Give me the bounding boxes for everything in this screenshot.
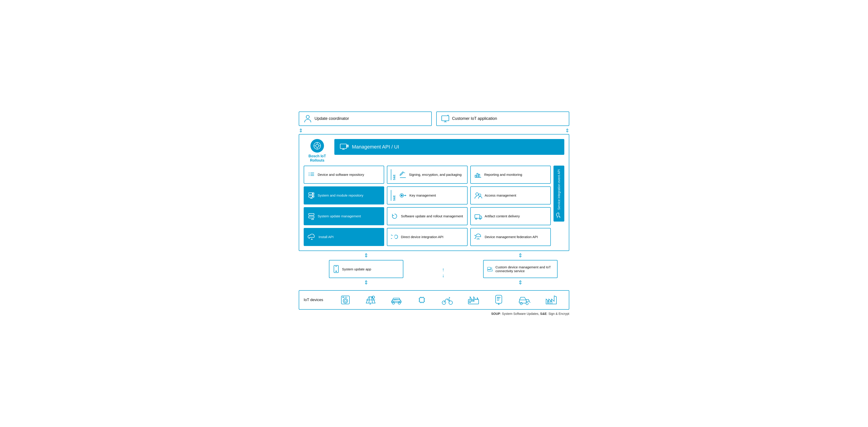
- phone-icon: [333, 265, 339, 273]
- svg-point-31: [392, 302, 395, 304]
- svg-rect-39: [473, 301, 474, 301]
- svg-point-8: [312, 193, 313, 194]
- direct-device-integration-label: Direct device integration API: [401, 235, 443, 239]
- update-mgmt-icon: [308, 212, 315, 220]
- iot-icons: 21°: [333, 294, 564, 306]
- signing-icon: [400, 171, 406, 178]
- svg-rect-1: [442, 116, 449, 121]
- below-main-row: System update app ↑ ↓ Custom device mana…: [299, 260, 569, 278]
- artifact-content-delivery-box: Artifact content delivery: [470, 207, 551, 225]
- svg-point-29: [343, 297, 344, 298]
- brand-icon: [313, 142, 321, 150]
- svg-point-27: [343, 298, 348, 303]
- custom-device-mgmt-label: Custom device management and IoT connect…: [495, 265, 554, 273]
- svg-point-0: [306, 115, 309, 118]
- person-icon: [304, 115, 312, 123]
- signing-encryption-label: Signing, encryption, and packaging: [409, 172, 462, 177]
- access-management-label: Access management: [485, 193, 516, 198]
- footnote: SOUP: System Software Updates, S&E: Sign…: [299, 312, 569, 315]
- se-label-2: S&E: [391, 190, 396, 201]
- software-update-box: Software update and rollout management: [387, 207, 467, 225]
- center-arrow-tall: ↑ ↓: [406, 260, 480, 278]
- soup-label: SOUP: [491, 312, 500, 315]
- svg-rect-33: [420, 298, 424, 302]
- customer-iot-app-box: Customer IoT application: [436, 112, 569, 126]
- col1: Device and software repository System an…: [304, 166, 384, 246]
- svg-point-20: [475, 218, 477, 219]
- svg-rect-38: [471, 301, 472, 301]
- custom-device-mgmt-box: Custom device management and IoT connect…: [483, 260, 558, 278]
- svg-rect-11: [309, 216, 314, 218]
- svg-rect-25: [488, 270, 492, 271]
- key-management-label: Key management: [409, 193, 436, 198]
- mgmt-api-bar: Management API / UI: [334, 139, 564, 155]
- svg-point-35: [449, 301, 453, 305]
- system-update-mgmt-box: System update management: [304, 207, 384, 225]
- below-spacer: [299, 260, 326, 278]
- device-software-repo-box: Device and software repository: [304, 166, 384, 184]
- svg-rect-14: [475, 175, 476, 177]
- update-coordinator-label: Update coordinator: [314, 116, 349, 121]
- federation-icon: [474, 234, 482, 240]
- svg-point-43: [520, 303, 522, 305]
- svg-rect-4: [340, 144, 346, 148]
- washing-machine-icon: [340, 295, 350, 305]
- custom-device-icon: [487, 265, 493, 273]
- service-integration-bar: Service integration event API: [554, 166, 564, 222]
- ebike-icon: [442, 295, 453, 305]
- industrial-icon: [468, 295, 479, 305]
- se-label-footnote: S&E: [540, 312, 547, 315]
- top-arrows: ⇕ ⇕: [299, 127, 569, 134]
- mgmt-api-icon: [340, 143, 349, 151]
- svg-point-23: [336, 271, 337, 272]
- svg-rect-37: [469, 301, 470, 303]
- cloud-service-icon: [556, 212, 562, 218]
- soup-text: : System Software Updates,: [500, 312, 540, 315]
- sw-update-icon: [391, 212, 398, 220]
- install-api-label: Install API: [318, 235, 334, 239]
- solar-panel-icon: [365, 295, 376, 305]
- factory-icon: [546, 295, 557, 305]
- svg-point-17: [476, 193, 478, 195]
- col2: S&E Signing, encryption, and packaging S…: [387, 166, 467, 246]
- se-text: : Sign & Encrypt: [547, 312, 569, 315]
- se-label-1: S&E: [391, 169, 396, 180]
- artifact-content-delivery-label: Artifact content delivery: [485, 214, 520, 219]
- top-row: Update coordinator Customer IoT applicat…: [299, 112, 569, 126]
- car-icon: [391, 295, 402, 305]
- reporting-monitoring-label: Reporting and monitoring: [484, 172, 522, 177]
- key-management-box: S&E Key management: [387, 187, 467, 204]
- monitor-icon: [441, 115, 449, 123]
- device-software-repo-label: Device and software repository: [318, 172, 364, 177]
- direct-integration-icon: [391, 233, 398, 240]
- arrow-col1: ⇕: [329, 251, 403, 260]
- arrow-col3: ⇕: [483, 251, 558, 260]
- iot-row: IoT devices: [299, 290, 569, 310]
- svg-rect-16: [478, 174, 480, 177]
- iot-label: IoT devices: [304, 298, 333, 302]
- svg-point-13: [401, 195, 402, 196]
- svg-point-28: [344, 300, 346, 302]
- software-update-label: Software update and rollout management: [401, 214, 463, 219]
- server-icon: [308, 192, 315, 199]
- svg-rect-15: [477, 173, 478, 177]
- system-update-app-box: System update app: [329, 260, 403, 278]
- install-api-box: Install API: [304, 228, 384, 246]
- system-update-mgmt-label: System update management: [318, 214, 361, 219]
- device-mgmt-federation-label: Device management federation API: [485, 235, 538, 239]
- diagram-wrapper: Update coordinator Customer IoT applicat…: [299, 112, 569, 315]
- svg-rect-24: [488, 267, 491, 269]
- reporting-monitoring-box: Reporting and monitoring: [470, 166, 551, 184]
- mgmt-api-label: Management API / UI: [352, 144, 399, 150]
- access-management-box: Access management: [470, 187, 551, 204]
- signing-encryption-box: S&E Signing, encryption, and packaging: [387, 166, 467, 184]
- device-mgmt-federation-box: Device management federation API: [470, 228, 551, 246]
- svg-rect-46: [548, 301, 549, 303]
- cloud-icon: [308, 233, 316, 240]
- direct-device-integration-box: Direct device integration API: [387, 228, 467, 246]
- arrow-left-top: ⇕: [299, 128, 303, 133]
- svg-point-3: [316, 144, 319, 147]
- col3: Reporting and monitoring Access manageme…: [470, 166, 551, 246]
- system-module-repo-box: System and module repository: [304, 187, 384, 204]
- construction-vehicle-icon: [519, 295, 531, 305]
